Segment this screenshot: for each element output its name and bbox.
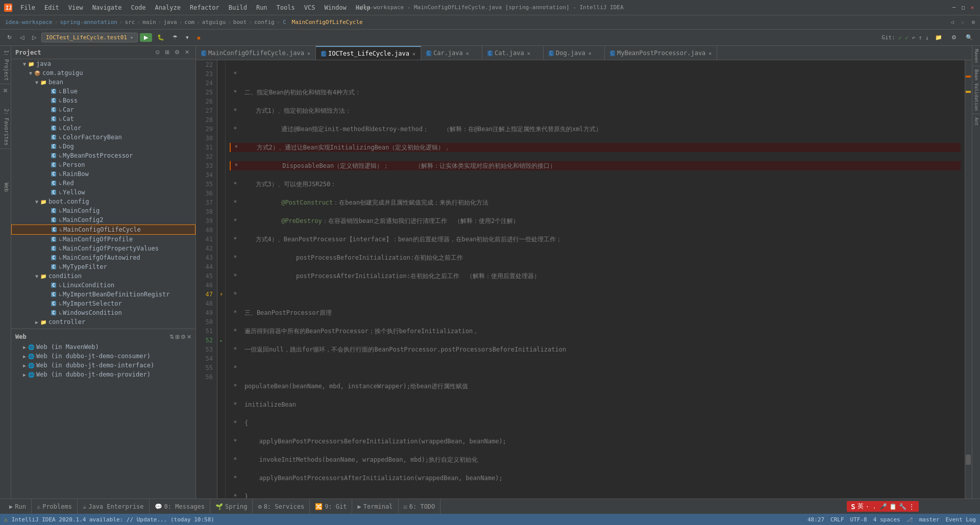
run-config-dropdown[interactable]: IOCTest_LifeCycle.test01 ▾ [41, 33, 138, 42]
web-sort-button[interactable]: ⇅ [169, 334, 174, 340]
breadcrumb-item[interactable]: src [125, 19, 135, 26]
navigate-back-button[interactable]: ◁ [950, 19, 954, 26]
debug-button[interactable]: 🐛 [154, 33, 167, 42]
scroll-marker-error[interactable] [966, 76, 971, 78]
scroll-marker-warning[interactable] [966, 91, 971, 93]
coverage-button[interactable]: ☂ [169, 33, 181, 42]
structure-button[interactable]: ⌘ [1, 86, 10, 95]
web-close-button[interactable]: ✕ [187, 334, 191, 340]
sidebar-item-MainConfigOfProfile[interactable]: C ↳ MainConfigOfProfile [11, 235, 195, 244]
menu-edit[interactable]: Edit [40, 3, 63, 12]
tab-close-button[interactable]: ✕ [466, 51, 469, 56]
tab-Car[interactable]: C Car.java ✕ [421, 46, 482, 60]
tab-MyBeanPostProcessor[interactable]: C MyBeanPostProcessor.java ✕ [605, 46, 717, 60]
status-line-sep[interactable]: CRLF [830, 516, 844, 523]
sidebar-item-MyTypeFilter[interactable]: C ↳ MyTypeFilter [11, 262, 195, 271]
sidebar-item-Person[interactable]: C ↳ Person [11, 160, 195, 169]
status-position[interactable]: 48:27 [807, 516, 824, 523]
scrollbar-thumb[interactable] [966, 455, 971, 465]
tab-MainConfigOfLifeCycle[interactable]: C MainConfigOfLifeCycle.java ✕ [196, 46, 316, 60]
recent-files-button[interactable]: ☆ [961, 19, 965, 26]
tab-Dog[interactable]: C Dog.java ✕ [544, 46, 605, 60]
menu-file[interactable]: File [16, 3, 39, 12]
sidebar-item-Color[interactable]: C ↳ Color [11, 123, 195, 133]
bottom-tab-spring[interactable]: 🌱 Spring [210, 499, 253, 514]
search-everywhere-button[interactable]: 🔍 [963, 33, 976, 42]
web-panel-button[interactable]: Web [0, 180, 11, 195]
bottom-tab-enterprise[interactable]: ☕ Java Enterprise [78, 499, 150, 514]
sidebar-item-java[interactable]: ▼ 📁 java [11, 59, 195, 68]
sidebar-close-button[interactable]: ✕ [183, 48, 191, 57]
git-push[interactable]: ↑ [919, 34, 922, 41]
settings-button[interactable]: ⚙ [948, 33, 960, 42]
status-indent[interactable]: 4 spaces [873, 516, 900, 523]
menu-build[interactable]: Build [225, 3, 251, 12]
sidebar-item-MainConfig2[interactable]: C ↳ MainConfig2 [11, 215, 195, 224]
sync-button[interactable]: ↻ [4, 33, 15, 42]
menu-refactor[interactable]: Refactor [186, 3, 224, 12]
menu-navigate[interactable]: Navigate [88, 3, 126, 12]
sidebar-item-com-atguigu[interactable]: ▼ 📦 com.atguigu [11, 68, 195, 78]
navigate-forward-toolbar-button[interactable]: ▷ [29, 33, 39, 42]
status-update-message[interactable]: IntelliJ IDEA 2020.1.4 available: // Upd… [12, 516, 214, 523]
web-settings-button[interactable]: ⚙ [181, 334, 186, 340]
sidebar-item-bean[interactable]: ▼ 📁 bean [11, 78, 195, 87]
sidebar-item-web-dubbo-interface[interactable]: ▶ 🌐 Web (in dubbo-jt-demo-interface) [11, 361, 195, 370]
run-button[interactable]: ▶ [140, 33, 152, 42]
sidebar-item-MainConfigOfPropertyValues[interactable]: C ↳ MainConfigOfPropertyValues [11, 244, 195, 253]
bottom-tab-problems[interactable]: ⚠ Problems [32, 499, 78, 514]
maximize-button[interactable]: □ [960, 4, 967, 11]
sidebar-expand-button[interactable]: ⊞ [163, 48, 172, 57]
breadcrumb-item[interactable]: config [254, 19, 275, 26]
code-editor[interactable]: 22 23 24 25 26 27 28 29 30 31 32 33 34 3… [196, 60, 972, 498]
sidebar-item-condition[interactable]: ▼ 📁 condition [11, 271, 195, 281]
sidebar-item-Dog[interactable]: C ↳ Dog [11, 142, 195, 151]
sidebar-item-MainConifgOfAutowired[interactable]: C ↳ MainConifgOfAutowired [11, 253, 195, 262]
bottom-tab-run[interactable]: ▶ Run [4, 499, 32, 514]
git-rollback[interactable]: ↶ [912, 34, 915, 41]
navigate-back-toolbar-button[interactable]: ◁ [17, 33, 27, 42]
tab-close-button[interactable]: ✕ [307, 51, 310, 56]
sidebar-item-controller[interactable]: ▶ 📁 controller [11, 317, 195, 327]
sidebar-item-Boss[interactable]: C ↳ Boss [11, 96, 195, 105]
tab-Cat[interactable]: C Cat.java ✕ [482, 46, 544, 60]
breadcrumb-item[interactable]: idea-workspace [5, 19, 53, 26]
bean-validation-panel-button[interactable]: Bean Validation [972, 66, 980, 114]
gutter-lightbulb[interactable]: ⚡ [217, 290, 225, 299]
minimize-button[interactable]: ─ [950, 4, 958, 11]
sidebar-item-web-maven[interactable]: ▶ 🌐 Web (in MavenWeb) [11, 342, 195, 352]
git-check1[interactable]: ✓ [898, 34, 902, 41]
bottom-tab-terminal[interactable]: ▶ Terminal [352, 499, 398, 514]
status-encoding[interactable]: UTF-8 [850, 516, 867, 523]
close-button[interactable]: ✕ [969, 4, 976, 11]
sidebar-item-web-dubbo-provider[interactable]: ▶ 🌐 Web (in dubbo-jt-demo-provider) [11, 370, 195, 379]
tab-close-button[interactable]: ✕ [708, 51, 712, 56]
sidebar-item-Blue[interactable]: C ↳ Blue [11, 87, 195, 96]
menu-window[interactable]: Window [320, 3, 350, 12]
menu-view[interactable]: View [64, 3, 87, 12]
favorites-button[interactable]: 2: Favorites [0, 106, 11, 149]
sidebar-item-MyBeanPostProcessor[interactable]: C ↳ MyBeanPostProcessor [11, 151, 195, 160]
sidebar-item-LinuxCondition[interactable]: C ↳ LinuxCondition [11, 281, 195, 290]
menu-code[interactable]: Code [127, 3, 150, 12]
ant-panel-button[interactable]: Ant [972, 114, 980, 129]
sidebar-item-MyImportBeanDef[interactable]: C ↳ MyImportBeanDefinitionRegistr [11, 290, 195, 299]
tab-close-button[interactable]: ✕ [589, 51, 592, 56]
sidebar-item-boot-config[interactable]: ▼ 📁 boot.config [11, 197, 195, 206]
sidebar-item-web-dubbo-consumer[interactable]: ▶ 🌐 Web (in dubbo-jt-demo-consumer) [11, 352, 195, 361]
tab-close-button[interactable]: ✕ [527, 51, 530, 56]
sidebar-locate-button[interactable]: ⊙ [153, 48, 162, 57]
event-log-button[interactable]: Event Log [945, 516, 976, 523]
breadcrumb-item[interactable]: main [142, 19, 156, 26]
project-panel-button[interactable]: 1: Project [0, 47, 11, 84]
sidebar-item-Red[interactable]: C ↳ Red [11, 179, 195, 188]
breadcrumb-settings-button[interactable]: ⚙ [971, 19, 975, 26]
sidebar-item-RainBow[interactable]: C ↳ RainBow [11, 169, 195, 179]
breadcrumb-item[interactable]: com [184, 19, 194, 26]
breadcrumb-item[interactable]: atguigu [202, 19, 226, 26]
bottom-tab-services[interactable]: ⚙ 8: Services [253, 499, 310, 514]
bottom-tab-messages[interactable]: 💬 0: Messages [150, 499, 210, 514]
web-expand-button[interactable]: ⊞ [175, 334, 180, 340]
bottom-tab-todo[interactable]: ☑ 6: TODO [399, 499, 441, 514]
code-content[interactable]: * * 二、指定Bean的初始化和销毁有4种方式： * 方式1）、指定初始化和销… [226, 60, 965, 498]
